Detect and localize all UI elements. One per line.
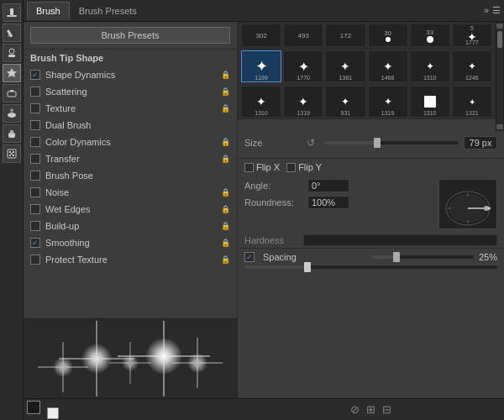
brush-cell[interactable]: 172 [325,24,365,47]
brush-cell[interactable]: ✦ 1319 [368,86,408,118]
option-shape-dynamics[interactable]: Shape Dynamics 🔒 [24,66,237,83]
svg-rect-14 [9,151,11,153]
toolbox [0,0,24,420]
bottom-btn-3[interactable]: ⊟ [382,403,391,416]
spacing-checkbox[interactable]: ✓ [244,252,255,262]
checkbox-texture[interactable] [30,103,40,113]
spacing-sub-slider[interactable] [244,265,497,269]
flip-x-checkbox[interactable] [244,163,254,172]
svg-rect-15 [13,151,14,153]
checkbox-scattering[interactable] [30,87,40,97]
svg-rect-6 [8,55,15,57]
size-value[interactable]: 79 px [464,136,497,150]
spacing-value: 25% [479,252,497,262]
hardness-bar[interactable] [303,234,497,246]
brush-cell[interactable]: ✦ 1310 [410,50,450,82]
flip-y-checkbox[interactable] [286,163,296,172]
tool-active[interactable] [3,64,21,82]
checkbox-build-up[interactable] [30,221,40,231]
brush-presets-button[interactable]: Brush Presets [30,27,230,44]
lock-wet-edges: 🔒 [221,205,230,213]
bottom-btn-1[interactable]: ⊘ [350,403,360,416]
checkbox-shape-dynamics[interactable] [30,70,40,80]
spacing-slider[interactable] [370,255,473,259]
svg-rect-1 [10,8,13,15]
option-smoothing[interactable]: Smoothing 🔒 [24,234,237,251]
checkbox-dual-brush[interactable] [30,120,40,130]
tool-blend[interactable] [3,104,21,123]
checkbox-transfer[interactable] [30,154,40,164]
roundness-label: Roundness: [244,197,307,207]
color-swatches[interactable] [27,401,59,419]
size-reset-icon[interactable]: ↺ [307,137,315,149]
svg-rect-3 [7,29,13,37]
brush-cell[interactable]: ✦ 1310 [241,86,281,118]
flip-x-btn[interactable]: Flip X [244,162,280,172]
roundness-input[interactable] [307,196,349,209]
tool-brush[interactable] [3,3,21,22]
brush-cell[interactable]: ✦ 1468 [368,50,408,82]
tool-stamp[interactable] [3,44,21,62]
flip-row: Flip X Flip Y [238,159,504,176]
size-slider[interactable] [323,141,459,144]
checkbox-protect-texture[interactable] [30,255,40,265]
svg-point-10 [10,109,13,112]
menu-icon[interactable]: ☰ [492,5,501,16]
brush-cell[interactable]: 5 1777 ✦ [452,24,492,47]
tabs: Brush Brush Presets » ☰ [24,0,504,22]
expand-icon[interactable]: » [484,5,489,16]
tab-brush-presets[interactable]: Brush Presets [70,2,146,20]
option-texture[interactable]: Texture 🔒 [24,100,237,117]
checkbox-wet-edges[interactable] [30,204,40,214]
brush-cell[interactable]: ✦ 1319 [283,86,323,118]
angle-input[interactable] [307,179,349,192]
option-protect-texture[interactable]: Protect Texture 🔒 [24,251,237,268]
flip-y-btn[interactable]: Flip Y [286,162,322,172]
label-brush-pose: Brush Pose [45,171,230,181]
brush-cell[interactable]: ✦ 1321 [452,86,492,118]
brush-cell[interactable]: 493 [283,24,323,47]
angle-label: Angle: [244,181,307,191]
angle-row: Angle: [244,179,432,192]
brush-grid-scrollbar[interactable] [496,22,504,131]
option-build-up[interactable]: Build-up 🔒 [24,218,237,234]
label-protect-texture: Protect Texture [45,255,221,265]
brush-cell[interactable]: 33 [410,24,450,47]
checkbox-brush-pose[interactable] [30,171,40,181]
option-brush-pose[interactable]: Brush Pose [24,167,237,184]
brush-cell[interactable]: ✦ 1770 [283,50,323,82]
scrollbar-thumb[interactable] [497,31,502,48]
checkbox-color-dynamics[interactable] [30,137,40,147]
checkbox-smoothing[interactable] [30,238,40,248]
brush-grid-row1: ✦ 1199 ✦ 1770 ✦ 1381 [238,49,496,84]
checkbox-noise[interactable] [30,187,40,197]
brush-cell[interactable]: ✦ 1381 [325,50,365,82]
option-scattering[interactable]: Scattering 🔒 [24,83,237,100]
background-swatch[interactable] [47,407,59,419]
brush-cell[interactable]: ✦ 1246 [452,50,492,82]
brush-cell[interactable]: 302 [241,24,281,47]
brush-cell[interactable]: 1310 [410,86,450,118]
tool-texture[interactable] [3,144,21,163]
option-wet-edges[interactable]: Wet Edges 🔒 [24,201,237,218]
option-transfer[interactable]: Transfer 🔒 [24,150,237,167]
brush-cell-selected[interactable]: ✦ 1199 [241,50,281,82]
tool-eraser[interactable] [3,84,21,102]
svg-point-5 [9,49,14,54]
brush-cell[interactable]: 30 [368,24,408,47]
tool-sponge[interactable] [3,124,21,143]
option-noise[interactable]: Noise 🔒 [24,184,237,201]
brush-cell[interactable]: ✦ 931 [325,86,365,118]
foreground-swatch[interactable] [27,401,40,414]
panel-area: Brush Brush Presets » ☰ Brush Presets Br… [24,0,504,420]
option-color-dynamics[interactable]: Color Dynamics 🔒 [24,134,237,150]
tab-brush[interactable]: Brush [27,2,70,20]
brush-preview [24,318,237,398]
tool-pencil[interactable] [3,24,21,42]
label-color-dynamics: Color Dynamics [45,137,221,147]
ar-controls: Angle: Roundness: [244,179,432,229]
brush-grid-scroll: 302 493 172 30 [238,22,504,131]
bottom-btn-2[interactable]: ⊞ [366,403,375,416]
option-dual-brush[interactable]: Dual Brush [24,117,237,134]
brush-grid-inner: 302 493 172 30 [238,22,496,131]
